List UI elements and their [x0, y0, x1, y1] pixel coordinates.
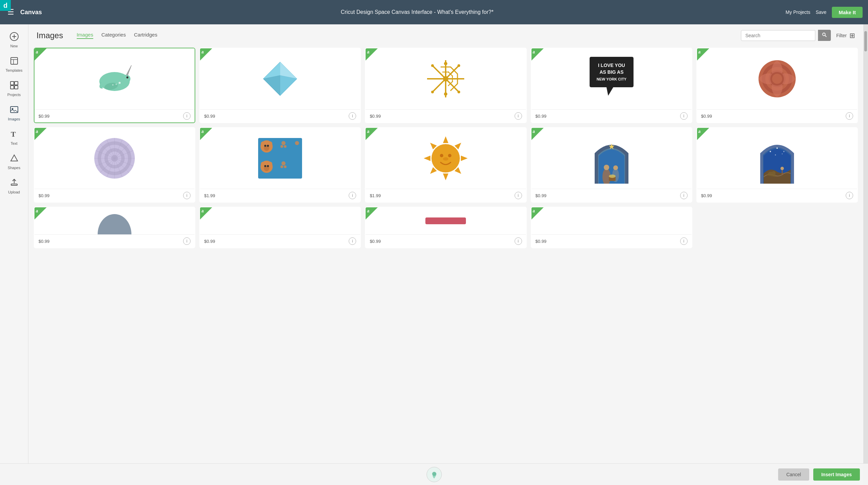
svg-point-19	[119, 82, 121, 84]
svg-marker-11	[11, 155, 18, 161]
card-footer-13: $0.99 i	[366, 234, 526, 248]
svg-point-43	[772, 74, 782, 84]
image-card-14[interactable]: a $0.99 i	[531, 207, 692, 248]
card-image-4: I LOVE YOU AS BIG AS NEW YORK CITY	[531, 48, 692, 109]
card-info-9[interactable]: i	[680, 192, 688, 199]
image-card-7[interactable]: a	[199, 127, 361, 203]
tab-cartridges[interactable]: Cartridges	[134, 32, 157, 39]
make-it-button[interactable]: Make It	[832, 7, 863, 18]
image-card-11[interactable]: a $0.99 i	[34, 207, 195, 248]
card-info-14[interactable]: i	[680, 237, 688, 245]
sidebar-item-templates[interactable]: Templates	[0, 53, 28, 76]
image-card-8[interactable]: a	[365, 127, 526, 203]
cancel-button[interactable]: Cancel	[778, 468, 809, 481]
new-icon	[9, 32, 19, 43]
main-layout: New Templates Projects Images T Text	[0, 24, 868, 485]
svg-point-102	[782, 154, 783, 154]
search-button[interactable]	[818, 30, 831, 41]
sidebar: New Templates Projects Images T Text	[0, 24, 28, 485]
card-image-7	[200, 128, 360, 189]
tab-nav: Images Categories Cartridges	[77, 32, 157, 39]
sidebar-item-shapes[interactable]: Shapes	[0, 150, 28, 173]
card-info-5[interactable]: i	[846, 112, 853, 120]
tab-categories[interactable]: Categories	[101, 32, 126, 39]
image-card-13[interactable]: a $0.99 i	[365, 207, 526, 248]
sidebar-item-upload[interactable]: Upload	[0, 175, 28, 198]
svg-text:T: T	[11, 130, 16, 138]
card-info-4[interactable]: i	[680, 112, 688, 120]
card-image-3	[366, 48, 526, 109]
image-card-3[interactable]: a	[365, 48, 526, 123]
svg-point-67	[280, 145, 283, 148]
svg-rect-7	[15, 86, 18, 89]
card-info-13[interactable]: i	[515, 237, 522, 245]
image-card-10[interactable]: a	[696, 127, 858, 203]
card-info-6[interactable]: i	[183, 192, 191, 199]
images-header: Images Images Categories Cartridges Filt…	[28, 24, 863, 45]
svg-marker-80	[455, 141, 463, 149]
svg-marker-81	[461, 156, 468, 161]
svg-point-76	[281, 161, 286, 165]
card-price-3: $0.99	[370, 114, 381, 119]
svg-line-14	[825, 36, 826, 37]
page-title: Cricut Design Space Canvas Interface - W…	[49, 9, 786, 15]
card-info-2[interactable]: i	[349, 112, 356, 120]
svg-point-34	[457, 91, 460, 93]
card-image-1	[34, 48, 195, 109]
card-info-10[interactable]: i	[846, 192, 853, 199]
svg-point-31	[444, 92, 447, 96]
svg-point-89	[448, 154, 451, 157]
svg-rect-6	[10, 86, 14, 89]
image-card-5[interactable]: a $0.99	[696, 48, 858, 123]
card-info-11[interactable]: i	[183, 237, 191, 245]
my-projects-button[interactable]: My Projects	[786, 9, 810, 15]
sidebar-item-projects[interactable]: Projects	[0, 77, 28, 100]
sidebar-item-text-label: Text	[10, 141, 17, 145]
insert-images-button[interactable]: Insert Images	[813, 468, 860, 481]
card-price-8: $1.99	[370, 193, 381, 198]
sidebar-item-images[interactable]: Images	[0, 101, 28, 124]
card-footer-9: $0.99 i	[531, 189, 692, 202]
card-footer-6: $0.99 i	[34, 189, 195, 202]
right-scrollbar[interactable]	[863, 24, 868, 485]
svg-marker-86	[428, 141, 437, 149]
bottom-bar: Cancel Insert Images	[0, 463, 868, 485]
image-card-4[interactable]: a I LOVE YOU AS BIG AS NEW YORK CITY $0.…	[531, 48, 692, 123]
card-info-8[interactable]: i	[515, 192, 522, 199]
tab-images[interactable]: Images	[77, 32, 93, 39]
svg-rect-106	[425, 217, 466, 224]
canvas-label: Canvas	[20, 9, 42, 16]
svg-point-98	[770, 151, 771, 152]
card-info-3[interactable]: i	[515, 112, 522, 120]
image-card-9[interactable]: a	[531, 127, 692, 203]
scrollbar-thumb[interactable]	[864, 31, 867, 51]
card-info-1[interactable]: i	[183, 112, 191, 120]
svg-rect-5	[15, 82, 18, 85]
card-image-13	[366, 207, 526, 234]
image-card-6[interactable]: a	[34, 127, 195, 203]
card-info-12[interactable]: i	[349, 237, 356, 245]
sidebar-item-text[interactable]: T Text	[0, 126, 28, 149]
filter-button[interactable]: Filter	[836, 33, 847, 38]
card-price-4: $0.99	[536, 114, 547, 119]
svg-text:NEW YORK CITY: NEW YORK CITY	[596, 77, 626, 81]
card-price-12: $0.99	[204, 239, 215, 244]
svg-point-101	[775, 155, 776, 156]
sidebar-item-templates-label: Templates	[5, 68, 22, 72]
image-card-1[interactable]: a $0.99 i	[34, 48, 195, 123]
upload-icon	[9, 178, 19, 189]
card-footer-14: $0.99 i	[531, 234, 692, 248]
search-input[interactable]	[741, 30, 815, 41]
sidebar-item-new[interactable]: New	[0, 28, 28, 51]
images-page-title: Images	[36, 31, 63, 40]
save-button[interactable]: Save	[816, 9, 826, 15]
grid-view-button[interactable]: ⊞	[849, 31, 855, 40]
card-footer-3: $0.99 i	[366, 109, 526, 122]
svg-point-35	[431, 91, 434, 93]
cricut-logo	[426, 466, 442, 483]
image-card-12[interactable]: a $0.99 i	[199, 207, 361, 248]
card-info-7[interactable]: i	[349, 192, 356, 199]
card-price-13: $0.99	[370, 239, 381, 244]
image-card-2[interactable]: a $0.99 i	[199, 48, 361, 123]
sidebar-item-new-label: New	[10, 44, 18, 48]
